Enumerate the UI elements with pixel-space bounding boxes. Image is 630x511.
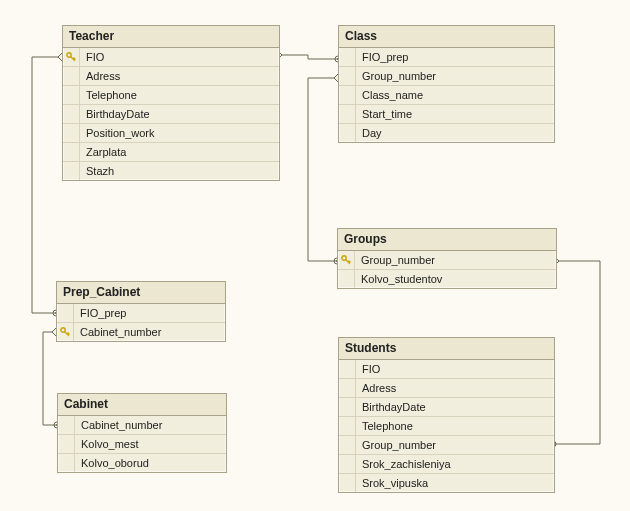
field-label: Group_number — [355, 254, 435, 266]
entity-cabinet[interactable]: CabinetCabinet_numberKolvo_mestKolvo_obo… — [57, 393, 227, 473]
entity-groups[interactable]: GroupsGroup_numberKolvo_studentov — [337, 228, 557, 289]
relation-line — [278, 55, 338, 59]
field-row[interactable]: Position_work — [63, 124, 279, 143]
field-label: Srok_vipuska — [356, 477, 428, 489]
key-cell-empty — [63, 67, 80, 85]
key-cell-empty — [63, 143, 80, 161]
field-label: Kolvo_oborud — [75, 457, 149, 469]
relation-line — [553, 261, 600, 444]
field-label: FIO — [80, 51, 104, 63]
entity-title: Class — [339, 26, 554, 48]
field-row[interactable]: Group_number — [338, 251, 556, 270]
field-label: Adress — [356, 382, 396, 394]
field-label: Day — [356, 127, 382, 139]
field-row[interactable]: Srok_zachisleniya — [339, 455, 554, 474]
field-row[interactable]: Srok_vipuska — [339, 474, 554, 492]
key-cell-empty — [63, 162, 80, 180]
key-cell-empty — [339, 105, 356, 123]
field-row[interactable]: Stazh — [63, 162, 279, 180]
field-label: Start_time — [356, 108, 412, 120]
entity-class[interactable]: ClassFIO_prepGroup_numberClass_nameStart… — [338, 25, 555, 143]
key-cell-empty — [57, 304, 74, 322]
key-cell-empty — [339, 124, 356, 142]
field-row[interactable]: Cabinet_number — [58, 416, 226, 435]
field-label: FIO_prep — [74, 307, 126, 319]
field-row[interactable]: Start_time — [339, 105, 554, 124]
field-row[interactable]: FIO — [339, 360, 554, 379]
field-row[interactable]: Telephone — [63, 86, 279, 105]
entity-title: Groups — [338, 229, 556, 251]
field-label: BirthdayDate — [80, 108, 150, 120]
entity-title: Students — [339, 338, 554, 360]
key-cell-empty — [339, 360, 356, 378]
field-label: Group_number — [356, 70, 436, 82]
relation-line — [32, 57, 62, 313]
key-cell-empty — [58, 454, 75, 472]
key-cell-empty — [339, 436, 356, 454]
field-row[interactable]: Telephone — [339, 417, 554, 436]
key-cell-empty — [339, 417, 356, 435]
field-row[interactable]: Kolvo_mest — [58, 435, 226, 454]
key-cell-empty — [339, 48, 356, 66]
key-cell-empty — [339, 398, 356, 416]
field-row[interactable]: Class_name — [339, 86, 554, 105]
field-row[interactable]: Kolvo_oborud — [58, 454, 226, 472]
field-row[interactable]: FIO_prep — [339, 48, 554, 67]
entity-title: Prep_Cabinet — [57, 282, 225, 304]
primary-key-icon — [63, 48, 80, 66]
entity-prep_cabinet[interactable]: Prep_CabinetFIO_prepCabinet_number — [56, 281, 226, 342]
field-label: Stazh — [80, 165, 114, 177]
primary-key-icon — [338, 251, 355, 269]
field-row[interactable]: BirthdayDate — [63, 105, 279, 124]
field-row[interactable]: Kolvo_studentov — [338, 270, 556, 288]
key-cell-empty — [63, 124, 80, 142]
entity-title: Cabinet — [58, 394, 226, 416]
key-cell-empty — [339, 455, 356, 473]
key-cell-empty — [338, 270, 355, 288]
key-cell-empty — [63, 105, 80, 123]
field-row[interactable]: Group_number — [339, 436, 554, 455]
key-cell-empty — [58, 435, 75, 453]
field-label: Telephone — [80, 89, 137, 101]
field-row[interactable]: Group_number — [339, 67, 554, 86]
key-cell-empty — [339, 379, 356, 397]
field-row[interactable]: Adress — [339, 379, 554, 398]
field-row[interactable]: BirthdayDate — [339, 398, 554, 417]
field-row[interactable]: Adress — [63, 67, 279, 86]
field-row[interactable]: Zarplata — [63, 143, 279, 162]
entity-title: Teacher — [63, 26, 279, 48]
key-cell-empty — [339, 67, 356, 85]
field-label: FIO — [356, 363, 380, 375]
key-cell-empty — [339, 474, 356, 492]
primary-key-icon — [57, 323, 74, 341]
field-label: Srok_zachisleniya — [356, 458, 451, 470]
field-label: Adress — [80, 70, 120, 82]
field-label: Group_number — [356, 439, 436, 451]
field-row[interactable]: FIO_prep — [57, 304, 225, 323]
field-row[interactable]: Day — [339, 124, 554, 142]
entity-students[interactable]: StudentsFIOAdressBirthdayDateTelephoneGr… — [338, 337, 555, 493]
field-row[interactable]: Cabinet_number — [57, 323, 225, 341]
field-label: Cabinet_number — [75, 419, 162, 431]
key-cell-empty — [58, 416, 75, 434]
field-label: Telephone — [356, 420, 413, 432]
field-label: BirthdayDate — [356, 401, 426, 413]
field-label: Zarplata — [80, 146, 126, 158]
relation-line — [43, 332, 57, 425]
field-label: FIO_prep — [356, 51, 408, 63]
entity-teacher[interactable]: TeacherFIOAdressTelephoneBirthdayDatePos… — [62, 25, 280, 181]
field-label: Class_name — [356, 89, 423, 101]
key-cell-empty — [63, 86, 80, 104]
relation-line — [308, 78, 338, 261]
field-label: Kolvo_mest — [75, 438, 138, 450]
field-label: Position_work — [80, 127, 154, 139]
field-label: Cabinet_number — [74, 326, 161, 338]
field-label: Kolvo_studentov — [355, 273, 442, 285]
field-row[interactable]: FIO — [63, 48, 279, 67]
key-cell-empty — [339, 86, 356, 104]
